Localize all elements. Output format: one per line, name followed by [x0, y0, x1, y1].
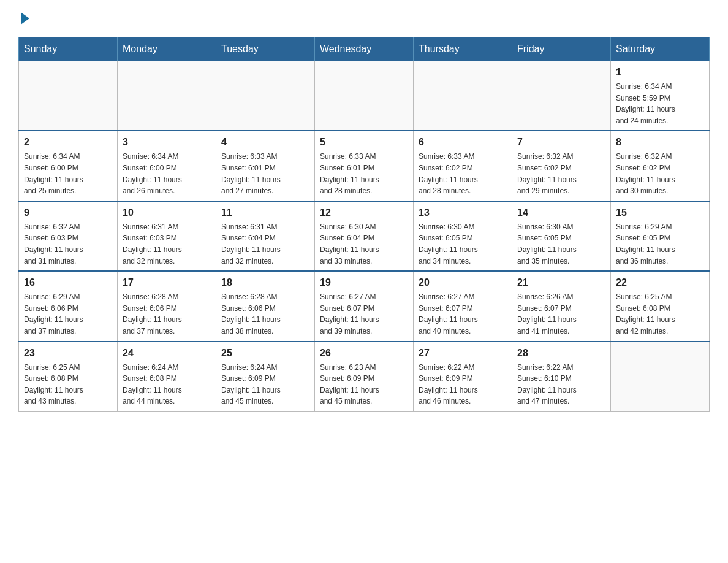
day-info: Sunrise: 6:27 AMSunset: 6:07 PMDaylight:…: [419, 291, 507, 337]
day-number: 22: [616, 275, 704, 290]
day-number: 18: [221, 275, 309, 290]
calendar-cell: 27Sunrise: 6:22 AMSunset: 6:09 PMDayligh…: [414, 342, 512, 412]
day-info: Sunrise: 6:30 AMSunset: 6:05 PMDaylight:…: [517, 221, 605, 267]
day-info: Sunrise: 6:29 AMSunset: 6:05 PMDaylight:…: [616, 221, 704, 267]
day-number: 15: [616, 205, 704, 220]
day-number: 20: [419, 275, 507, 290]
day-info: Sunrise: 6:31 AMSunset: 6:04 PMDaylight:…: [221, 221, 309, 267]
day-info: Sunrise: 6:34 AMSunset: 6:00 PMDaylight:…: [24, 151, 112, 196]
day-info: Sunrise: 6:22 AMSunset: 6:09 PMDaylight:…: [419, 362, 507, 407]
calendar-cell: 9Sunrise: 6:32 AMSunset: 6:03 PMDaylight…: [19, 201, 118, 271]
day-number: 19: [320, 275, 408, 290]
day-number: 2: [24, 135, 112, 150]
day-number: 6: [419, 135, 507, 150]
day-number: 10: [123, 205, 211, 220]
day-info: Sunrise: 6:33 AMSunset: 6:01 PMDaylight:…: [221, 151, 309, 196]
day-number: 1: [616, 65, 704, 80]
day-info: Sunrise: 6:23 AMSunset: 6:09 PMDaylight:…: [320, 362, 408, 407]
calendar-cell: 15Sunrise: 6:29 AMSunset: 6:05 PMDayligh…: [611, 201, 710, 271]
calendar-cell: 16Sunrise: 6:29 AMSunset: 6:06 PMDayligh…: [19, 271, 118, 341]
calendar-cell: 18Sunrise: 6:28 AMSunset: 6:06 PMDayligh…: [216, 271, 315, 341]
logo: [18, 12, 29, 25]
day-info: Sunrise: 6:33 AMSunset: 6:01 PMDaylight:…: [320, 151, 408, 196]
calendar-cell: 11Sunrise: 6:31 AMSunset: 6:04 PMDayligh…: [216, 201, 315, 271]
day-info: Sunrise: 6:28 AMSunset: 6:06 PMDaylight:…: [221, 291, 309, 337]
day-number: 8: [616, 135, 704, 150]
calendar-cell: 23Sunrise: 6:25 AMSunset: 6:08 PMDayligh…: [19, 342, 118, 412]
calendar-cell: 21Sunrise: 6:26 AMSunset: 6:07 PMDayligh…: [512, 271, 611, 341]
day-number: 13: [419, 205, 507, 220]
calendar-header-row: SundayMondayTuesdayWednesdayThursdayFrid…: [19, 37, 710, 61]
day-number: 23: [24, 346, 112, 361]
day-number: 27: [419, 346, 507, 361]
logo-arrow-icon: [21, 12, 29, 25]
calendar-cell: 24Sunrise: 6:24 AMSunset: 6:08 PMDayligh…: [118, 342, 216, 412]
day-info: Sunrise: 6:22 AMSunset: 6:10 PMDaylight:…: [517, 362, 605, 407]
day-info: Sunrise: 6:33 AMSunset: 6:02 PMDaylight:…: [419, 151, 507, 196]
day-number: 16: [24, 275, 112, 290]
calendar-cell: [414, 61, 512, 131]
calendar-cell: 22Sunrise: 6:25 AMSunset: 6:08 PMDayligh…: [611, 271, 710, 341]
calendar-cell: 28Sunrise: 6:22 AMSunset: 6:10 PMDayligh…: [512, 342, 611, 412]
day-info: Sunrise: 6:32 AMSunset: 6:02 PMDaylight:…: [517, 151, 605, 196]
day-number: 9: [24, 205, 112, 220]
day-number: 28: [517, 346, 605, 361]
calendar-cell: 10Sunrise: 6:31 AMSunset: 6:03 PMDayligh…: [118, 201, 216, 271]
day-info: Sunrise: 6:27 AMSunset: 6:07 PMDaylight:…: [320, 291, 408, 337]
calendar-header-thursday: Thursday: [414, 37, 512, 61]
day-number: 25: [221, 346, 309, 361]
calendar-cell: [19, 61, 118, 131]
calendar-cell: 6Sunrise: 6:33 AMSunset: 6:02 PMDaylight…: [414, 131, 512, 201]
calendar-cell: 4Sunrise: 6:33 AMSunset: 6:01 PMDaylight…: [216, 131, 315, 201]
calendar-cell: 14Sunrise: 6:30 AMSunset: 6:05 PMDayligh…: [512, 201, 611, 271]
day-info: Sunrise: 6:32 AMSunset: 6:03 PMDaylight:…: [24, 221, 112, 267]
calendar-week-row: 23Sunrise: 6:25 AMSunset: 6:08 PMDayligh…: [19, 342, 710, 412]
calendar-header-sunday: Sunday: [19, 37, 118, 61]
day-info: Sunrise: 6:25 AMSunset: 6:08 PMDaylight:…: [24, 362, 112, 407]
calendar-header-friday: Friday: [512, 37, 611, 61]
calendar-cell: 25Sunrise: 6:24 AMSunset: 6:09 PMDayligh…: [216, 342, 315, 412]
calendar-week-row: 9Sunrise: 6:32 AMSunset: 6:03 PMDaylight…: [19, 201, 710, 271]
day-info: Sunrise: 6:24 AMSunset: 6:08 PMDaylight:…: [123, 362, 211, 407]
calendar-cell: 5Sunrise: 6:33 AMSunset: 6:01 PMDaylight…: [315, 131, 414, 201]
calendar-cell: [216, 61, 315, 131]
day-info: Sunrise: 6:25 AMSunset: 6:08 PMDaylight:…: [616, 291, 704, 337]
day-number: 26: [320, 346, 408, 361]
calendar-cell: 17Sunrise: 6:28 AMSunset: 6:06 PMDayligh…: [118, 271, 216, 341]
calendar-week-row: 2Sunrise: 6:34 AMSunset: 6:00 PMDaylight…: [19, 131, 710, 201]
calendar-cell: [611, 342, 710, 412]
calendar-header-wednesday: Wednesday: [315, 37, 414, 61]
calendar-cell: 13Sunrise: 6:30 AMSunset: 6:05 PMDayligh…: [414, 201, 512, 271]
calendar-cell: 2Sunrise: 6:34 AMSunset: 6:00 PMDaylight…: [19, 131, 118, 201]
day-info: Sunrise: 6:30 AMSunset: 6:04 PMDaylight:…: [320, 221, 408, 267]
day-number: 21: [517, 275, 605, 290]
calendar-cell: 26Sunrise: 6:23 AMSunset: 6:09 PMDayligh…: [315, 342, 414, 412]
calendar-cell: 1Sunrise: 6:34 AMSunset: 5:59 PMDaylight…: [611, 61, 710, 131]
day-info: Sunrise: 6:34 AMSunset: 5:59 PMDaylight:…: [616, 81, 704, 126]
day-info: Sunrise: 6:28 AMSunset: 6:06 PMDaylight:…: [123, 291, 211, 337]
day-number: 7: [517, 135, 605, 150]
calendar-header-monday: Monday: [118, 37, 216, 61]
calendar-header-saturday: Saturday: [611, 37, 710, 61]
calendar-week-row: 16Sunrise: 6:29 AMSunset: 6:06 PMDayligh…: [19, 271, 710, 341]
day-info: Sunrise: 6:29 AMSunset: 6:06 PMDaylight:…: [24, 291, 112, 337]
day-info: Sunrise: 6:34 AMSunset: 6:00 PMDaylight:…: [123, 151, 211, 196]
day-info: Sunrise: 6:24 AMSunset: 6:09 PMDaylight:…: [221, 362, 309, 407]
calendar-week-row: 1Sunrise: 6:34 AMSunset: 5:59 PMDaylight…: [19, 61, 710, 131]
calendar-cell: 12Sunrise: 6:30 AMSunset: 6:04 PMDayligh…: [315, 201, 414, 271]
day-number: 24: [123, 346, 211, 361]
calendar-header-tuesday: Tuesday: [216, 37, 315, 61]
day-number: 5: [320, 135, 408, 150]
day-number: 4: [221, 135, 309, 150]
calendar-cell: 7Sunrise: 6:32 AMSunset: 6:02 PMDaylight…: [512, 131, 611, 201]
day-number: 17: [123, 275, 211, 290]
calendar-cell: 19Sunrise: 6:27 AMSunset: 6:07 PMDayligh…: [315, 271, 414, 341]
day-number: 3: [123, 135, 211, 150]
day-info: Sunrise: 6:30 AMSunset: 6:05 PMDaylight:…: [419, 221, 507, 267]
day-number: 14: [517, 205, 605, 220]
day-number: 11: [221, 205, 309, 220]
calendar-cell: [512, 61, 611, 131]
calendar-cell: 3Sunrise: 6:34 AMSunset: 6:00 PMDaylight…: [118, 131, 216, 201]
day-info: Sunrise: 6:31 AMSunset: 6:03 PMDaylight:…: [123, 221, 211, 267]
calendar-cell: 20Sunrise: 6:27 AMSunset: 6:07 PMDayligh…: [414, 271, 512, 341]
